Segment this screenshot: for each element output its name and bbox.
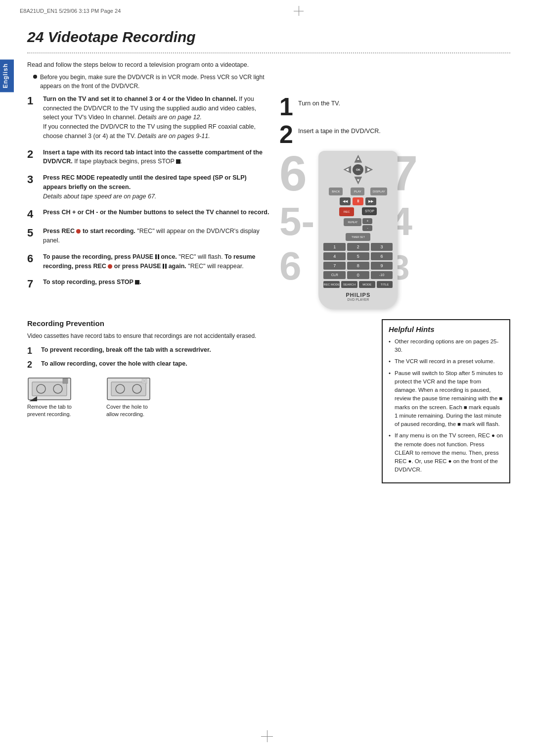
step-1-bold: Turn on the TV and set it to channel 3 o… xyxy=(43,95,237,102)
num-7-btn[interactable]: 7 xyxy=(323,262,346,270)
stop-icon-7 xyxy=(135,280,139,284)
back-btn[interactable]: BACK xyxy=(329,188,343,195)
helpful-hints: Helpful Hints Other recording options ar… xyxy=(382,319,510,483)
title-underline xyxy=(27,52,510,53)
remote-top: ▲ ▼ ◀ ▶ OK xyxy=(323,155,393,185)
stop-btn[interactable]: STOP xyxy=(362,207,377,215)
num-0-btn[interactable]: 0 xyxy=(347,271,369,279)
file-info: E8A21UD_EN1 5/29/06 3:13 PM Page 24 xyxy=(20,8,121,14)
num-4-btn[interactable]: 4 xyxy=(323,252,346,260)
hints-title: Helpful Hints xyxy=(389,325,503,333)
remote-control: ▲ ▼ ◀ ▶ OK BACK PLAY xyxy=(318,151,398,309)
tr-step-2-num: 2 xyxy=(279,122,294,147)
tape-caption-1: Remove the tab to prevent recording. xyxy=(27,403,77,419)
rec-mode-btn[interactable]: REC MODE xyxy=(323,281,340,288)
step-3-content: Press REC MODE repeatedly until the desi… xyxy=(43,173,269,201)
bottom-section: Recording Prevention Video cassettes hav… xyxy=(27,319,510,483)
remote-body: ▲ ▼ ◀ ▶ OK BACK PLAY xyxy=(318,151,398,309)
num-8-btn[interactable]: 8 xyxy=(347,262,369,270)
step-1-content: Turn on the TV and set it to channel 3 o… xyxy=(43,94,269,141)
hint-3: Pause will switch to Stop after 5 minute… xyxy=(389,369,503,429)
dpad-up-btn[interactable]: ▲ xyxy=(354,155,362,163)
ff-btn[interactable]: ▶▶ xyxy=(365,197,376,205)
play-btn[interactable]: PLAY xyxy=(351,188,364,195)
prevention-step-2-content: To allow recording, cover the hole with … xyxy=(41,359,367,369)
remote-row-4: REPEAT + - xyxy=(323,218,393,231)
rec-btn[interactable]: REC xyxy=(339,207,354,216)
remote-bottom-row: REC MODE SEARCH MODE TITLE xyxy=(323,281,393,288)
step-1-number: 1 xyxy=(27,95,38,141)
step-2-content: Insert a tape with its record tab intact… xyxy=(43,148,269,167)
ch-minus-btn[interactable]: - xyxy=(362,225,372,231)
step-4-content: Press CH + or CH - or the Number buttons… xyxy=(43,208,269,220)
intro-text: Read and follow the steps below to recor… xyxy=(27,60,265,70)
dpad-down-btn[interactable]: ▼ xyxy=(354,177,362,185)
minus10-btn[interactable]: -10 xyxy=(371,271,393,279)
recording-prevention-text: Video cassettes have record tabs to ensu… xyxy=(27,331,367,340)
prevention-step-2-bold: To allow recording, cover the hole with … xyxy=(41,360,187,367)
repeat-btn[interactable]: REPEAT xyxy=(344,218,361,226)
tape-item-2: Cover the hole to allow recording. xyxy=(106,374,156,419)
prevention-step-2: 2 To allow recording, cover the hole wit… xyxy=(27,359,367,369)
remote-row-5: TIMER SET xyxy=(323,233,393,241)
ch-plus-btn[interactable]: + xyxy=(362,218,372,224)
recording-prevention: Recording Prevention Video cassettes hav… xyxy=(27,319,367,483)
two-col-layout: 1 Turn on the TV and set it to channel 3… xyxy=(27,94,510,309)
tr-step-1-text: Turn on the TV. xyxy=(298,94,340,108)
step-3-number: 3 xyxy=(27,174,38,201)
num-1-btn[interactable]: 1 xyxy=(323,243,346,251)
step-6-bold: To pause the recording, press PAUSE once… xyxy=(43,253,177,260)
rec-icon-6 xyxy=(108,264,112,269)
step-2-bold: Insert a tape with its record tab intact… xyxy=(43,149,263,165)
step-6-number: 6 xyxy=(27,253,38,271)
pause-btn[interactable]: ⏸ xyxy=(353,197,363,205)
tr-step-1-num: 1 xyxy=(279,94,294,119)
prevention-step-1-content: To prevent recording, break off the tab … xyxy=(41,345,367,355)
step-5: 5 Press REC to start recording. "REC" wi… xyxy=(27,227,269,245)
step-7-content: To stop recording, press STOP . xyxy=(43,278,269,289)
bullet-dot xyxy=(33,75,37,79)
hint-4: If any menu is on the TV screen, REC ● o… xyxy=(389,431,503,474)
display-btn[interactable]: DISPLAY xyxy=(370,188,387,195)
step-1: 1 Turn on the TV and set it to channel 3… xyxy=(27,94,269,141)
step-4: 4 Press CH + or CH - or the Number butto… xyxy=(27,208,269,220)
mode-btn[interactable]: MODE xyxy=(359,281,375,288)
num-2-btn[interactable]: 2 xyxy=(347,243,369,251)
main-content: 24 Videotape Recording Read and follow t… xyxy=(0,19,534,498)
remote-row-2: ◀◀ ⏸ ▶▶ xyxy=(323,197,393,205)
timer-set-btn[interactable]: TIMER SET xyxy=(346,233,370,241)
step-5-number: 5 xyxy=(27,228,38,245)
step-6-content: To pause the recording, press PAUSE once… xyxy=(43,252,269,271)
clear-btn[interactable]: CLR xyxy=(323,271,346,279)
numpad: 1 2 3 4 5 6 7 8 9 CLR 0 -10 xyxy=(323,243,393,279)
crosshair-bottom xyxy=(261,730,273,742)
recording-prevention-heading: Recording Prevention xyxy=(27,319,367,328)
sidebar-language-label: English xyxy=(0,59,14,92)
remote-container: 65-6 ▲ ▼ ◀ ▶ OK xyxy=(279,151,418,309)
step-3-italic: Details about tape speed are on page 67. xyxy=(43,193,156,200)
dpad-right-btn[interactable]: ▶ xyxy=(365,166,373,174)
step-5-content: Press REC to start recording. "REC" will… xyxy=(43,227,269,245)
tape-svg-2 xyxy=(106,374,151,401)
stop-icon xyxy=(176,159,180,164)
num-3-btn[interactable]: 3 xyxy=(371,243,393,251)
step-3: 3 Press REC MODE repeatedly until the de… xyxy=(27,173,269,201)
num-6-btn[interactable]: 6 xyxy=(371,252,393,260)
remote-brand: PHILIPS xyxy=(323,292,393,298)
step-7-bold: To stop recording, press STOP . xyxy=(43,279,141,285)
rew-btn[interactable]: ◀◀ xyxy=(340,197,351,205)
right-column: 1 Turn on the TV. 2 Insert a tape in the… xyxy=(279,94,418,309)
dpad: ▲ ▼ ◀ ▶ OK xyxy=(343,155,373,185)
svg-rect-4 xyxy=(63,378,68,383)
title-btn[interactable]: TITLE xyxy=(377,281,393,288)
search-btn[interactable]: SEARCH xyxy=(341,281,357,288)
prevention-step-1-bold: To prevent recording, break off the tab … xyxy=(41,346,211,353)
dpad-ok-btn[interactable]: OK xyxy=(353,164,363,175)
svg-rect-7 xyxy=(111,382,146,396)
tr-step-1: 1 Turn on the TV. xyxy=(279,94,418,119)
step-4-number: 4 xyxy=(27,209,38,220)
dpad-left-btn[interactable]: ◀ xyxy=(343,166,351,174)
remote-row-1: BACK PLAY DISPLAY xyxy=(323,188,393,195)
num-5-btn[interactable]: 5 xyxy=(347,252,369,260)
num-9-btn[interactable]: 9 xyxy=(371,262,393,270)
